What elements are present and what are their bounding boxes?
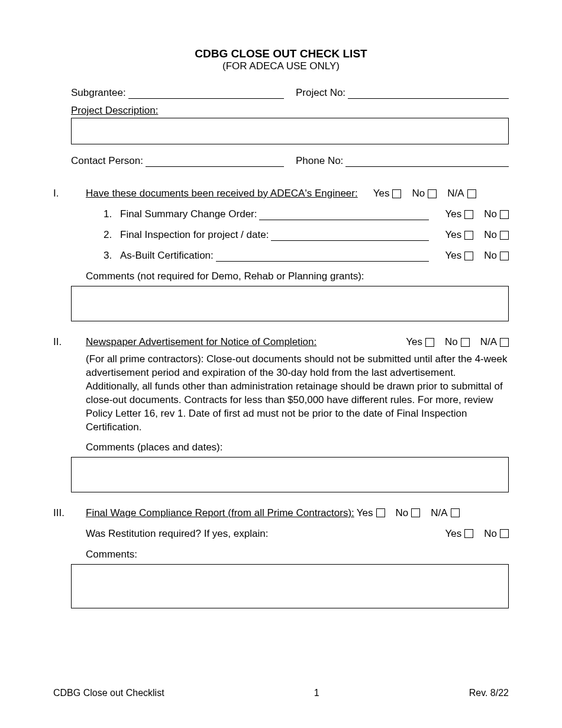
s1-comments-input[interactable]	[71, 286, 509, 321]
s1-item3-yes-checkbox[interactable]	[464, 252, 473, 260]
s2-yes-checkbox[interactable]	[425, 338, 434, 347]
section-3-heading: Final Wage Compliance Report (from all P…	[86, 507, 354, 519]
s2-na-checkbox[interactable]	[500, 338, 509, 347]
section-2-heading: Newspaper Advertisement for Notice of Co…	[86, 336, 316, 348]
s1-no-checkbox[interactable]	[428, 189, 437, 198]
footer-page-number: 1	[314, 688, 319, 698]
s1-yes-checkbox[interactable]	[392, 189, 401, 198]
s2-no-checkbox[interactable]	[461, 338, 470, 347]
s1-item2-label: Final Inspection for project / date:	[120, 229, 269, 241]
s3-no-label: No	[396, 507, 409, 519]
project-no-input[interactable]	[348, 88, 509, 99]
s1-item3-no-label: No	[484, 250, 497, 262]
contact-person-input[interactable]	[146, 156, 284, 167]
s1-item3-no-checkbox[interactable]	[500, 252, 509, 260]
s1-item2-num: 2.	[104, 229, 120, 241]
s1-item2-yes-label: Yes	[445, 229, 462, 241]
s3-na-checkbox[interactable]	[451, 508, 460, 517]
s1-item1-input[interactable]	[259, 210, 428, 220]
s3-na-label: N/A	[431, 507, 447, 519]
page-title: CDBG CLOSE OUT CHECK LIST	[53, 47, 509, 60]
phone-no-label: Phone No:	[296, 155, 343, 167]
s2-na-label: N/A	[480, 336, 497, 348]
project-desc-input[interactable]	[71, 118, 509, 144]
s3-yes-label: Yes	[357, 507, 373, 519]
s1-item3-label: As-Built Certification:	[120, 250, 214, 262]
s1-item1-yes-checkbox[interactable]	[464, 210, 473, 219]
s2-comments-label: Comments (places and dates):	[86, 442, 509, 453]
s1-item1-yes-label: Yes	[445, 208, 462, 220]
page-subtitle: (FOR ADECA USE ONLY)	[53, 60, 509, 72]
s3-rest-no-label: No	[484, 528, 497, 540]
s1-item2-no-checkbox[interactable]	[500, 231, 509, 240]
s1-item1-no-checkbox[interactable]	[500, 210, 509, 219]
project-no-label: Project No:	[296, 87, 345, 99]
s1-no-label: No	[412, 188, 425, 199]
subgrantee-label: Subgrantee:	[71, 87, 126, 99]
s1-item2-no-label: No	[484, 229, 497, 241]
s1-item3-input[interactable]	[216, 251, 429, 262]
s1-item1-no-label: No	[484, 208, 497, 220]
s3-rest-yes-label: Yes	[445, 528, 462, 540]
section-1-heading: Have these documents been received by AD…	[86, 188, 358, 199]
s1-item2-yes-checkbox[interactable]	[464, 231, 473, 240]
s1-na-label: N/A	[447, 188, 464, 199]
s3-restitution-label: Was Restitution required? If yes, explai…	[86, 528, 268, 540]
section-1-roman: I.	[53, 188, 86, 286]
project-desc-label: Project Description:	[71, 105, 509, 117]
subgrantee-input[interactable]	[128, 88, 284, 99]
s2-yes-label: Yes	[406, 336, 422, 348]
s1-yes-label: Yes	[373, 188, 390, 199]
section-2-roman: II.	[53, 336, 86, 457]
section-2-paragraph: (For all prime contractors): Close-out d…	[86, 353, 509, 434]
s2-no-label: No	[445, 336, 458, 348]
footer-revision: Rev. 8/22	[469, 688, 509, 698]
s1-na-checkbox[interactable]	[467, 189, 476, 198]
s1-item1-num: 1.	[104, 208, 120, 220]
s1-item2-input[interactable]	[271, 230, 428, 241]
s2-comments-input[interactable]	[71, 457, 509, 492]
s3-yes-checkbox[interactable]	[376, 508, 385, 517]
s1-item1-label: Final Summary Change Order:	[120, 208, 257, 220]
section-3-roman: III.	[53, 507, 86, 564]
s3-rest-yes-checkbox[interactable]	[464, 529, 473, 538]
contact-person-label: Contact Person:	[71, 155, 143, 167]
footer-left: CDBG Close out Checklist	[53, 688, 164, 698]
s3-no-checkbox[interactable]	[411, 508, 420, 517]
s3-rest-no-checkbox[interactable]	[500, 529, 509, 538]
phone-no-input[interactable]	[345, 156, 509, 167]
s1-item3-num: 3.	[104, 250, 120, 262]
s1-item3-yes-label: Yes	[445, 250, 462, 262]
s1-comments-label: Comments (not required for Demo, Rehab o…	[86, 270, 509, 282]
s3-comments-input[interactable]	[71, 564, 509, 608]
s3-comments-label: Comments:	[86, 549, 509, 561]
